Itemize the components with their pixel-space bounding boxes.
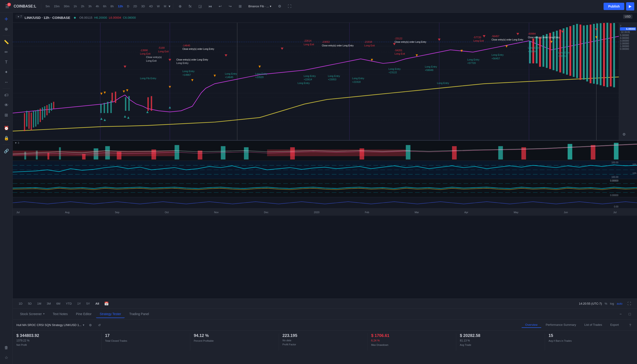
svg-marker-89 [124,66,126,68]
metric-value-2: 94.12 % [194,333,275,338]
timeframe-btn-4h[interactable]: 4h [94,4,101,9]
publish-button[interactable]: Publish [604,3,624,10]
timeframe-btn-2D[interactable]: 2D [132,4,139,9]
timeframe-btn-3h[interactable]: 3h [86,4,93,9]
sidebar-trash[interactable]: 🗑 [2,343,11,352]
range-btn-1M[interactable]: 1M [35,301,44,306]
annotation-23122: -23122Close entry(s) order Long Entry [394,37,426,44]
range-btn-5Y[interactable]: 5Y [84,301,92,306]
strategy-settings-btn[interactable]: ⚙ [87,322,94,328]
sidebar-shapes[interactable]: ✦ [2,68,11,77]
svg-rect-123 [267,150,406,156]
tab-text-notes[interactable]: Text Notes [49,310,72,318]
sidebar-crosshair[interactable]: ⊕ [2,24,11,34]
strategy-help-btn[interactable]: ? [627,322,633,328]
timeframe-btn-2h[interactable]: 2h [79,4,86,9]
timeframe-btn-15m[interactable]: 15m [52,4,62,9]
alerts-btn[interactable]: ◲ [196,2,204,10]
tab-strategy-tester[interactable]: Strategy Tester [96,310,125,318]
tab-trading-panel[interactable]: Trading Panel [126,310,153,318]
redo-btn[interactable]: ↪ [226,2,234,10]
sidebar-ruler[interactable]: 📏 [2,38,11,47]
undo-btn[interactable]: ↩ [216,2,224,10]
price-scale: 7 6.08000 02:39:05 5.00000 4.00000 3.000… [619,23,637,140]
timeframe-btn-W[interactable]: W [155,4,162,9]
sidebar-pencil[interactable]: ✏ [2,48,11,57]
svg-text:100.00: 100.00 [632,163,637,166]
price-scale-settings[interactable]: ⚙ [620,130,628,138]
range-btn-5D[interactable]: 5D [26,301,34,306]
price-3: 3.00000 [620,39,636,42]
sidebar-text[interactable]: T [2,58,11,67]
timeframe-btn-12h[interactable]: 12h [116,4,125,9]
timeframe-dropdown[interactable]: ▾ [168,4,170,8]
range-expand-btn[interactable]: ⛶ [625,300,633,308]
range-btn-1D[interactable]: 1D [16,301,25,306]
chart-svg [13,23,619,140]
menu-badge: 12 [7,3,11,6]
svg-rect-39 [542,35,544,67]
range-btn-YTD[interactable]: YTD [64,301,74,306]
chart-canvas[interactable]: -21918Long Exit -23122Close entry(s) ord… [13,23,637,140]
timeframe-btn-D[interactable]: D [125,4,131,9]
sidebar-layers[interactable]: ⊞ [2,110,11,120]
tab-stock-screener[interactable]: Stock Screener ▾ [16,310,48,318]
sidebar-star[interactable]: ☆ [2,353,11,362]
timeframe-btn-1h[interactable]: 1h [72,4,78,9]
indicator-panel-2: 100.00 100.00 100.00 100.00 [13,160,637,179]
range-btn-1Y[interactable]: 1Y [75,301,83,306]
symbol-label[interactable]: COINBASE:L [14,4,36,8]
time-label-Nov: Nov [214,211,219,214]
settings-btn[interactable]: ⚙ [276,2,284,10]
timeframe-btn-30m[interactable]: 30m [62,4,71,9]
sidebar-alert[interactable]: ⏰ [2,124,11,133]
strategy-tab-overview[interactable]: Overview [522,322,541,328]
sidebar-link[interactable]: 🔗 [2,146,11,156]
indicator-count-7[interactable]: ▼ 7 [16,14,24,19]
tab-pine-editor[interactable]: Pine Editor [72,310,95,318]
strategy-tab-performance-summary[interactable]: Performance Summary [542,322,580,328]
timeframe-btn-5m[interactable]: 5m [44,4,52,9]
fullscreen-btn[interactable]: ⛶ [286,2,294,10]
range-btn-6M[interactable]: 6M [54,301,62,306]
long-entry-14645: Long Entry+14645 [225,72,237,79]
metric-value-1: 17 [105,333,186,338]
time-label-2020: 2020 [314,211,320,214]
bar-replay-btn[interactable]: ⏮ [206,2,214,10]
indicators-btn[interactable]: fx [186,2,194,10]
timeframe-btn-4D[interactable]: 4D [147,4,155,9]
range-auto[interactable]: auto [617,302,622,305]
range-btn-3M[interactable]: 3M [44,301,53,306]
long-entry-14967: Long Entry+14967 [182,70,194,77]
crosshair-btn[interactable]: ⊕ [176,2,184,10]
range-calendar-btn[interactable]: 📅 [102,300,110,308]
range-btn-All[interactable]: All [93,301,102,306]
tab-minimize-btn[interactable]: − [617,310,624,318]
menu-button[interactable]: ☰ 12 [3,2,12,11]
svg-rect-16 [128,96,130,111]
svg-rect-23 [28,112,30,129]
time-label-Feb: Feb [365,211,369,214]
sidebar-lock[interactable]: 🔒 [2,134,11,143]
chart-visual: -21918Long Exit -23122Close entry(s) ord… [13,23,619,140]
metric-subvalue-4: 6.24 % [371,339,452,342]
timeframe-btn-6h[interactable]: 6h [101,4,108,9]
indicator-panel-3: 0.00000 0.00000 0.00000 [13,179,637,197]
strategy-tab-list-of-trades[interactable]: List of Trades [580,322,606,328]
annotation-13990: -13990Long Exit [140,49,150,56]
sidebar-tag[interactable]: 🏷 [2,90,11,100]
tab-maximize-btn[interactable]: □ [626,310,633,318]
range-log[interactable]: log [610,302,614,305]
sidebar-eye[interactable]: 👁 [2,100,11,110]
sidebar-measure[interactable]: ↔ [2,78,11,87]
timeframe-btn-M[interactable]: M [162,4,168,9]
strategy-tab-export[interactable]: Export [606,322,622,328]
strategy-reload-btn[interactable]: ↺ [96,322,102,328]
range-percent[interactable]: % [605,302,608,305]
timeframe-btn-8h[interactable]: 8h [109,4,116,9]
timeframe-btn-3D[interactable]: 3D [139,4,147,9]
sidebar-cursor[interactable]: ✛ [2,14,11,24]
layout-btn[interactable]: ⊞ [236,2,244,10]
play-button[interactable]: ▶ [626,2,634,10]
binance-fib-btn[interactable]: Binance Fib · ... ▾ [246,4,274,9]
